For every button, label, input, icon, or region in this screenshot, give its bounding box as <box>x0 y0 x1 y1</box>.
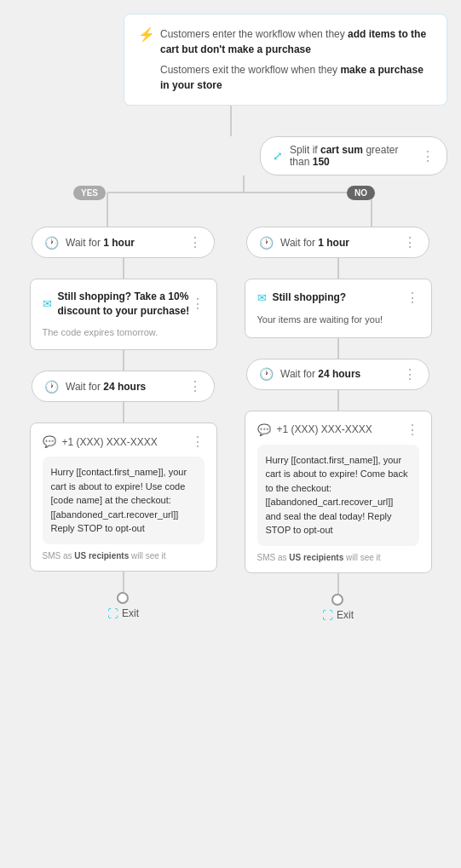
trigger-entry-text: Customers enter the workflow when they a… <box>160 26 433 57</box>
left-wait-1-more[interactable]: ⋮ <box>188 234 202 250</box>
right-sms-number: +1 (XXX) XXX-XXXX <box>277 423 406 435</box>
clock-icon-left-2: 🕐 <box>44 380 59 394</box>
left-sms-message: Hurry [[contact.first_name]], your cart … <box>43 457 205 544</box>
right-exit: ⛶ Exit <box>322 594 354 622</box>
split-more-button[interactable]: ⋮ <box>421 148 435 164</box>
left-exit: ⛶ Exit <box>107 592 139 620</box>
left-sms-number: +1 (XXX) XXX-XXXX <box>62 436 191 448</box>
no-badge: NO <box>347 184 375 199</box>
sms-icon-right: 💬 <box>257 423 271 436</box>
right-email-more[interactable]: ⋮ <box>406 290 419 306</box>
clock-icon-right-1: 🕐 <box>259 236 274 250</box>
right-wait-1-more[interactable]: ⋮ <box>403 234 417 250</box>
right-email-body: Your items are waiting for you! <box>257 313 419 327</box>
right-connector-1 <box>337 258 339 279</box>
left-email-body: The code expires tomorrow. <box>43 325 205 340</box>
left-connector-3 <box>123 402 124 423</box>
email-icon-left: ✉ <box>43 297 52 310</box>
branches-container: 🕐 Wait for 1 hour ⋮ ✉ Still shopping? Ta… <box>14 227 447 622</box>
trigger-exit-text: Customers exit the workflow when they ma… <box>160 62 433 93</box>
left-exit-label: ⛶ Exit <box>107 607 139 620</box>
left-exit-circle <box>117 592 129 604</box>
right-wait-2-more[interactable]: ⋮ <box>403 366 417 382</box>
right-connector-4 <box>337 573 339 594</box>
right-branch: 🕐 Wait for 1 hour ⋮ ✉ Still shopping? ⋮ … <box>233 227 442 622</box>
right-email-title: Still shopping? <box>273 290 406 305</box>
left-branch: 🕐 Wait for 1 hour ⋮ ✉ Still shopping? Ta… <box>19 227 228 622</box>
left-wait-1-label: Wait for 1 hour <box>66 237 188 249</box>
branch-connector: YES NO <box>14 175 447 227</box>
left-wait-2-more[interactable]: ⋮ <box>188 378 202 394</box>
left-connector-2 <box>123 350 124 371</box>
right-email-card[interactable]: ✉ Still shopping? ⋮ Your items are waiti… <box>245 279 432 338</box>
exit-icon-left: ⛶ <box>107 607 118 620</box>
split-label: Split if cart sum greater than 150 <box>290 144 421 168</box>
left-wait-1[interactable]: 🕐 Wait for 1 hour ⋮ <box>32 227 215 258</box>
left-sms-card[interactable]: 💬 +1 (XXX) XXX-XXXX ⋮ Hurry [[contact.fi… <box>30 423 217 572</box>
left-wait-2[interactable]: 🕐 Wait for 24 hours ⋮ <box>32 371 215 402</box>
sms-icon-left: 💬 <box>43 435 56 448</box>
lightning-icon: ⚡ <box>138 26 155 43</box>
workflow-canvas: ⚡ Customers enter the workflow when they… <box>0 0 461 868</box>
right-sms-card[interactable]: 💬 +1 (XXX) XXX-XXXX ⋮ Hurry [[contact.fi… <box>245 411 432 573</box>
left-email-card[interactable]: ✉ Still shopping? Take a 10% discount to… <box>30 279 217 350</box>
right-sms-message: Hurry [[contact.first_name]], your cart … <box>257 445 419 546</box>
right-exit-label: ⛶ Exit <box>322 609 354 622</box>
left-email-title: Still shopping? Take a 10% discount to y… <box>58 290 191 319</box>
left-email-more[interactable]: ⋮ <box>191 296 205 312</box>
connector-line-1 <box>230 106 232 136</box>
right-wait-2-label: Wait for 24 hours <box>280 368 403 380</box>
yes-badge: YES <box>73 184 106 199</box>
email-icon-right: ✉ <box>257 291 267 304</box>
right-connector-2 <box>337 338 339 359</box>
right-sms-footer: SMS as US recipients will see it <box>257 553 419 562</box>
right-connector-3 <box>337 390 339 411</box>
right-exit-circle <box>331 594 343 606</box>
left-sms-footer: SMS as US recipients will see it <box>43 551 205 560</box>
branch-svg <box>14 175 461 227</box>
right-wait-1[interactable]: 🕐 Wait for 1 hour ⋮ <box>246 227 429 258</box>
left-wait-2-label: Wait for 24 hours <box>66 381 188 393</box>
left-sms-more[interactable]: ⋮ <box>191 434 205 450</box>
clock-icon-left-1: 🕐 <box>44 236 59 250</box>
right-wait-2[interactable]: 🕐 Wait for 24 hours ⋮ <box>246 359 429 390</box>
left-connector-1 <box>123 258 124 279</box>
trigger-card: ⚡ Customers enter the workflow when they… <box>124 14 447 106</box>
left-connector-4 <box>123 572 124 592</box>
right-sms-more[interactable]: ⋮ <box>406 422 419 438</box>
right-wait-1-label: Wait for 1 hour <box>280 237 403 249</box>
split-node-container: ⤢ Split if cart sum greater than 150 ⋮ <box>14 136 447 175</box>
clock-icon-right-2: 🕐 <box>259 367 274 381</box>
exit-icon-right: ⛶ <box>322 609 333 622</box>
split-node[interactable]: ⤢ Split if cart sum greater than 150 ⋮ <box>260 136 447 175</box>
split-icon: ⤢ <box>273 149 283 163</box>
